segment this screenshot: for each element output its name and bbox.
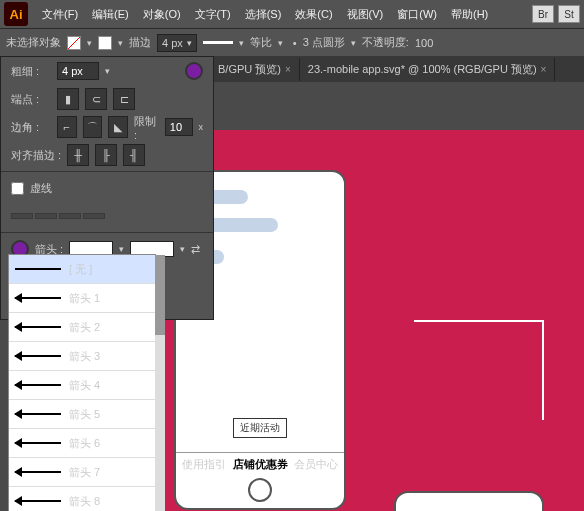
stock-badge[interactable]: St xyxy=(558,5,580,23)
cap-square-button[interactable]: ⊏ xyxy=(113,88,135,110)
dropdown-item-arrow[interactable]: 箭头 1 xyxy=(9,284,155,313)
opacity-value[interactable]: 100 xyxy=(415,37,433,49)
selection-status: 未选择对象 xyxy=(6,35,61,50)
dropdown-item-arrow[interactable]: 箭头 2 xyxy=(9,313,155,342)
menu-window[interactable]: 窗口(W) xyxy=(391,3,443,26)
artboard-phone[interactable] xyxy=(394,491,544,511)
opacity-label: 不透明度: xyxy=(362,35,409,50)
weight-input[interactable]: 4 px xyxy=(57,62,99,80)
dropdown-item-arrow[interactable]: 箭头 7 xyxy=(9,458,155,487)
menu-effect[interactable]: 效果(C) xyxy=(289,3,338,26)
menu-select[interactable]: 选择(S) xyxy=(239,3,288,26)
arrowhead-dropdown: [ 无 ] 箭头 1 箭头 2 箭头 3 箭头 4 箭头 5 箭头 6 箭头 7… xyxy=(8,254,156,511)
home-button-icon xyxy=(248,478,272,502)
cap-label: 端点 : xyxy=(11,92,51,107)
dropdown-item-arrow[interactable]: 箭头 3 xyxy=(9,342,155,371)
phone-tab: 会员中心 xyxy=(288,453,344,476)
phone-tab: 使用指引 xyxy=(176,453,232,476)
cap-butt-button[interactable]: ▮ xyxy=(57,88,79,110)
menu-help[interactable]: 帮助(H) xyxy=(445,3,494,26)
activity-label: 近期活动 xyxy=(233,418,287,438)
limit-label: 限制 : xyxy=(134,114,159,141)
align-outside-button[interactable]: ╢ xyxy=(123,144,145,166)
dash-input[interactable] xyxy=(11,213,33,219)
control-bar: 未选择对象 ▾ ▾ 描边 4 px▾ ▾ 等比▾ • 3 点圆形▾ 不透明度: … xyxy=(0,28,584,56)
dashed-checkbox[interactable] xyxy=(11,182,24,195)
align-center-button[interactable]: ╫ xyxy=(67,144,89,166)
dropdown-item-none[interactable]: [ 无 ] xyxy=(9,255,155,284)
weight-label: 粗细 : xyxy=(11,64,51,79)
corner-miter-button[interactable]: ⌐ xyxy=(57,116,77,138)
dashed-label: 虚线 xyxy=(30,181,52,196)
app-logo: Ai xyxy=(4,2,28,26)
menu-object[interactable]: 对象(O) xyxy=(137,3,187,26)
path-angle[interactable] xyxy=(414,320,544,420)
document-tab[interactable]: B/GPU 预览)× xyxy=(210,58,300,81)
fill-swatch[interactable] xyxy=(67,36,81,50)
stroke-weight-select[interactable]: 4 px▾ xyxy=(157,34,197,52)
color-indicator[interactable] xyxy=(185,62,203,80)
corner-label: 边角 : xyxy=(11,120,51,135)
canvas[interactable]: 近期活动 使用指引 店铺优惠券 会员中心 xyxy=(162,130,584,511)
cap-label: 3 点圆形 xyxy=(303,35,345,50)
cap-round-button[interactable]: ⊂ xyxy=(85,88,107,110)
close-icon[interactable]: × xyxy=(541,64,547,75)
stroke-swatch[interactable] xyxy=(98,36,112,50)
menu-file[interactable]: 文件(F) xyxy=(36,3,84,26)
corner-round-button[interactable]: ⌒ xyxy=(83,116,103,138)
chevron-down-icon[interactable]: ▾ xyxy=(87,38,92,48)
dropdown-item-arrow[interactable]: 箭头 8 xyxy=(9,487,155,511)
menu-edit[interactable]: 编辑(E) xyxy=(86,3,135,26)
phone-tabbar: 使用指引 店铺优惠券 会员中心 xyxy=(176,452,344,476)
stroke-style-preview[interactable] xyxy=(203,41,233,44)
dropdown-item-arrow[interactable]: 箭头 4 xyxy=(9,371,155,400)
menu-type[interactable]: 文字(T) xyxy=(189,3,237,26)
limit-input[interactable]: 10 xyxy=(165,118,193,136)
gap-input[interactable] xyxy=(35,213,57,219)
dropdown-item-arrow[interactable]: 箭头 6 xyxy=(9,429,155,458)
gap-input[interactable] xyxy=(83,213,105,219)
corner-bevel-button[interactable]: ◣ xyxy=(108,116,128,138)
chevron-down-icon[interactable]: ▾ xyxy=(118,38,123,48)
menu-view[interactable]: 视图(V) xyxy=(341,3,390,26)
stroke-label: 描边 xyxy=(129,35,151,50)
menu-bar: Ai 文件(F) 编辑(E) 对象(O) 文字(T) 选择(S) 效果(C) 视… xyxy=(0,0,584,28)
bridge-badge[interactable]: Br xyxy=(532,5,554,23)
close-icon[interactable]: × xyxy=(285,64,291,75)
scrollbar[interactable] xyxy=(155,255,165,511)
phone-tab: 店铺优惠券 xyxy=(232,453,288,476)
dropdown-item-arrow[interactable]: 箭头 5 xyxy=(9,400,155,429)
uniform-label: 等比 xyxy=(250,35,272,50)
swap-icon[interactable]: ⇄ xyxy=(191,243,200,256)
align-label: 对齐描边 : xyxy=(11,148,61,163)
dash-input[interactable] xyxy=(59,213,81,219)
document-tab[interactable]: 23.-mobile app.svg* @ 100% (RGB/GPU 预览)× xyxy=(300,58,556,81)
align-inside-button[interactable]: ╟ xyxy=(95,144,117,166)
